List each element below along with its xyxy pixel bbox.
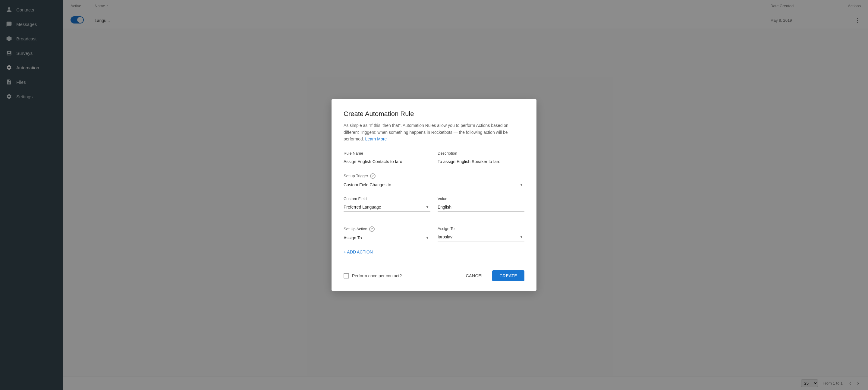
value-label: Value: [438, 197, 524, 201]
learn-more-link[interactable]: Learn More: [365, 137, 387, 141]
action-select-wrapper: Assign To ▼: [344, 234, 430, 242]
trigger-label: Set up Trigger ?: [344, 173, 524, 179]
trigger-select-wrapper: Custom Field Changes to ▼: [344, 181, 524, 189]
trigger-select[interactable]: Custom Field Changes to: [344, 181, 524, 189]
perform-once-checkbox[interactable]: [344, 273, 349, 278]
form-group-assign-to: Assign To Iaroslav ▼: [438, 226, 524, 242]
modal-description: As simple as "If this, then that". Autom…: [344, 122, 524, 142]
action-help-icon[interactable]: ?: [369, 226, 375, 232]
assign-to-select-wrapper: Iaroslav ▼: [438, 233, 524, 241]
action-select[interactable]: Assign To: [344, 234, 430, 242]
description-label: Description: [438, 151, 524, 155]
create-button[interactable]: CREATE: [492, 270, 524, 281]
assign-to-label: Assign To: [438, 226, 524, 231]
form-group-rule-name: Rule Name: [344, 151, 430, 166]
form-group-custom-field: Custom Field Preferred Language ▼: [344, 197, 430, 212]
custom-field-select-wrapper: Preferred Language ▼: [344, 203, 430, 212]
modal-footer: Perform once per contact? CANCEL CREATE: [344, 264, 524, 281]
perform-once-label[interactable]: Perform once per contact?: [344, 273, 402, 278]
trigger-help-icon[interactable]: ?: [370, 173, 375, 179]
rule-name-input[interactable]: [344, 157, 430, 166]
rule-name-label: Rule Name: [344, 151, 430, 155]
modal-title: Create Automation Rule: [344, 110, 524, 118]
divider: [344, 219, 524, 219]
perform-once-text: Perform once per contact?: [352, 273, 402, 278]
custom-field-label: Custom Field: [344, 197, 430, 201]
value-input[interactable]: [438, 203, 524, 212]
form-group-description: Description: [438, 151, 524, 166]
assign-to-select[interactable]: Iaroslav: [438, 233, 524, 241]
form-group-value: Value: [438, 197, 524, 212]
form-group-trigger: Set up Trigger ? Custom Field Changes to…: [344, 173, 524, 189]
action-label: Set Up Action ?: [344, 226, 430, 232]
cancel-button[interactable]: CANCEL: [461, 270, 489, 281]
modal-overlay: Create Automation Rule As simple as "If …: [0, 0, 868, 390]
description-input[interactable]: [438, 157, 524, 166]
footer-buttons: CANCEL CREATE: [461, 270, 524, 281]
form-row-trigger: Set up Trigger ? Custom Field Changes to…: [344, 173, 524, 189]
custom-field-select[interactable]: Preferred Language: [344, 203, 430, 212]
add-action-button[interactable]: + ADD ACTION: [344, 249, 373, 254]
form-row-action: Set Up Action ? Assign To ▼ Assign To Ia…: [344, 226, 524, 242]
form-group-action: Set Up Action ? Assign To ▼: [344, 226, 430, 242]
form-row-names: Rule Name Description: [344, 151, 524, 166]
create-automation-modal: Create Automation Rule As simple as "If …: [332, 99, 536, 291]
form-row-custom-field: Custom Field Preferred Language ▼ Value: [344, 197, 524, 212]
